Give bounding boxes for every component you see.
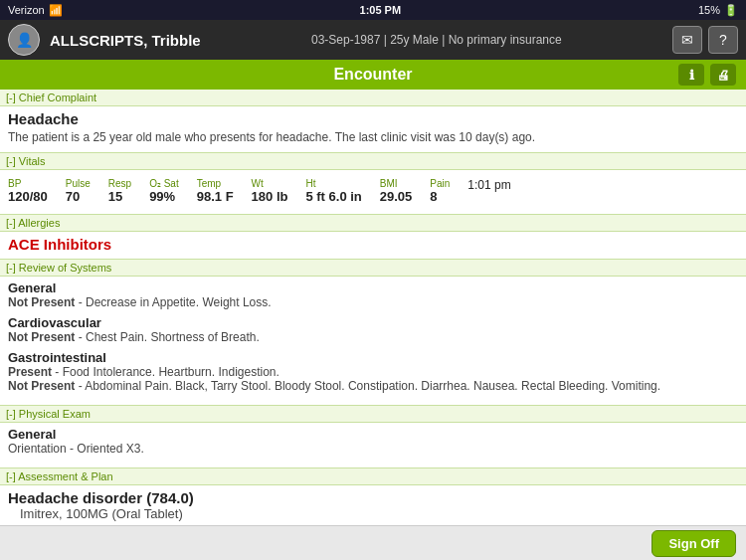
ros-gastrointestinal-present: Present - Food Intolerance. Heartburn. I… xyxy=(8,365,738,379)
vital-temp-label: Temp xyxy=(197,178,234,189)
assessment-diagnosis: Headache disorder (784.0) xyxy=(8,489,738,506)
vital-pain-value: 8 xyxy=(430,189,450,204)
vital-bp-label: BP xyxy=(8,178,48,189)
vitals-content: BP 120/80 Pulse 70 Resp 15 O₂ Sat 99% Te… xyxy=(0,170,746,214)
vital-temp-value: 98.1 F xyxy=(197,189,234,204)
vitals-section: [-] Vitals BP 120/80 Pulse 70 Resp 15 O₂… xyxy=(0,153,746,215)
battery-label: 15% xyxy=(698,4,720,16)
vital-ht-label: Ht xyxy=(305,178,361,189)
vital-pulse: Pulse 70 xyxy=(66,178,91,204)
vital-resp-label: Resp xyxy=(108,178,131,189)
status-bar: Verizon 📶 1:05 PM 15% 🔋 xyxy=(0,0,746,20)
title-bar: Encounter ℹ 🖨 xyxy=(0,60,746,90)
allergies-section: [-] Allergies ACE Inhibitors xyxy=(0,215,746,260)
patient-avatar: 👤 xyxy=(8,24,40,56)
vital-bmi-label: BMI xyxy=(380,178,413,189)
assessment-plan-content: Headache disorder (784.0) Imitrex, 100MG… xyxy=(0,485,746,525)
main-content: [-] Chief Complaint Headache The patient… xyxy=(0,90,746,525)
vital-ht: Ht 5 ft 6.0 in xyxy=(305,178,361,204)
status-bar-right: 15% 🔋 xyxy=(698,4,738,17)
vital-wt-label: Wt xyxy=(252,178,288,189)
physical-exam-section: [-] Physical Exam General Orientation - … xyxy=(0,406,746,468)
vital-time: 1:01 pm xyxy=(467,178,510,204)
pe-general-label: General xyxy=(8,427,738,442)
ros-cardiovascular-text: Not Present - Chest Pain. Shortness of B… xyxy=(8,330,738,344)
vitals-header[interactable]: [-] Vitals xyxy=(0,153,746,170)
chief-complaint-section: [-] Chief Complaint Headache The patient… xyxy=(0,90,746,153)
header-icons: ✉ ? xyxy=(672,26,738,54)
vital-bmi-value: 29.05 xyxy=(380,189,413,204)
patient-header: 👤 ALLSCRIPTS, Tribble 03-Sep-1987 | 25y … xyxy=(0,20,746,60)
bottom-bar: Sign Off xyxy=(0,525,746,560)
help-button[interactable]: ? xyxy=(708,26,738,54)
physical-exam-content: General Orientation - Oriented X3. xyxy=(0,423,746,467)
physical-exam-header[interactable]: [-] Physical Exam xyxy=(0,406,746,423)
ros-general-text: Not Present - Decrease in Appetite. Weig… xyxy=(8,295,738,309)
wifi-icon: 📶 xyxy=(49,4,63,17)
assessment-plan-header[interactable]: [-] Assessment & Plan xyxy=(0,468,746,485)
page-title: Encounter xyxy=(333,66,412,84)
vital-o2sat-value: 99% xyxy=(149,189,179,204)
pe-general-text: Orientation - Oriented X3. xyxy=(8,442,738,456)
vital-time-value: 1:01 pm xyxy=(467,178,510,192)
ros-gastrointestinal-label: Gastrointestinal xyxy=(8,350,738,365)
status-bar-time: 1:05 PM xyxy=(360,4,402,16)
review-of-systems-content: General Not Present - Decrease in Appeti… xyxy=(0,277,746,405)
messages-button[interactable]: ✉ xyxy=(672,26,702,54)
vital-wt-value: 180 lb xyxy=(252,189,288,204)
pe-general: General Orientation - Oriented X3. xyxy=(8,427,738,456)
chief-complaint-content: Headache The patient is a 25 year old ma… xyxy=(0,106,746,152)
ros-gastrointestinal-notpresent: Not Present - Abdominal Pain. Black, Tar… xyxy=(8,379,738,393)
vital-pain: Pain 8 xyxy=(430,178,450,204)
patient-info: 03-Sep-1987 | 25y Male | No primary insu… xyxy=(211,33,662,47)
vital-temp: Temp 98.1 F xyxy=(197,178,234,204)
battery-icon: 🔋 xyxy=(724,4,738,17)
vital-pulse-label: Pulse xyxy=(66,178,91,189)
vital-resp-value: 15 xyxy=(108,189,131,204)
ros-general-label: General xyxy=(8,280,738,295)
assessment-medication: Imitrex, 100MG (Oral Tablet) xyxy=(8,506,738,521)
allergies-header[interactable]: [-] Allergies xyxy=(0,215,746,232)
sign-off-button[interactable]: Sign Off xyxy=(652,530,736,557)
ros-cardiovascular: Cardiovascular Not Present - Chest Pain.… xyxy=(8,315,738,344)
messages-icon: ✉ xyxy=(681,32,693,48)
status-bar-left: Verizon 📶 xyxy=(8,4,63,17)
vital-wt: Wt 180 lb xyxy=(252,178,288,204)
review-of-systems-section: [-] Review of Systems General Not Presen… xyxy=(0,260,746,406)
assessment-plan-section: [-] Assessment & Plan Headache disorder … xyxy=(0,468,746,525)
vital-pulse-value: 70 xyxy=(66,189,91,204)
vital-resp: Resp 15 xyxy=(108,178,131,204)
info-icon-btn[interactable]: ℹ xyxy=(678,64,704,86)
vital-bmi: BMI 29.05 xyxy=(380,178,413,204)
ros-general: General Not Present - Decrease in Appeti… xyxy=(8,280,738,309)
ros-gastrointestinal: Gastrointestinal Present - Food Intolera… xyxy=(8,350,738,393)
review-of-systems-header[interactable]: [-] Review of Systems xyxy=(0,260,746,277)
chief-complaint-body: The patient is a 25 year old male who pr… xyxy=(8,129,738,146)
vital-o2sat: O₂ Sat 99% xyxy=(149,178,179,204)
allergy-name: ACE Inhibitors xyxy=(8,236,738,253)
print-icon-btn[interactable]: 🖨 xyxy=(710,64,736,86)
allergies-content: ACE Inhibitors xyxy=(0,232,746,259)
vital-bp-value: 120/80 xyxy=(8,189,48,204)
chief-complaint-header[interactable]: [-] Chief Complaint xyxy=(0,90,746,106)
chief-complaint-title: Headache xyxy=(8,110,738,127)
carrier-label: Verizon xyxy=(8,4,45,16)
vitals-row: BP 120/80 Pulse 70 Resp 15 O₂ Sat 99% Te… xyxy=(8,174,738,208)
vital-ht-value: 5 ft 6.0 in xyxy=(305,189,361,204)
patient-name: ALLSCRIPTS, Tribble xyxy=(50,32,201,49)
person-icon: 👤 xyxy=(16,32,33,48)
help-icon: ? xyxy=(719,32,727,48)
vital-o2sat-label: O₂ Sat xyxy=(149,178,179,189)
ros-cardiovascular-label: Cardiovascular xyxy=(8,315,738,330)
vital-pain-label: Pain xyxy=(430,178,450,189)
vital-bp: BP 120/80 xyxy=(8,178,48,204)
